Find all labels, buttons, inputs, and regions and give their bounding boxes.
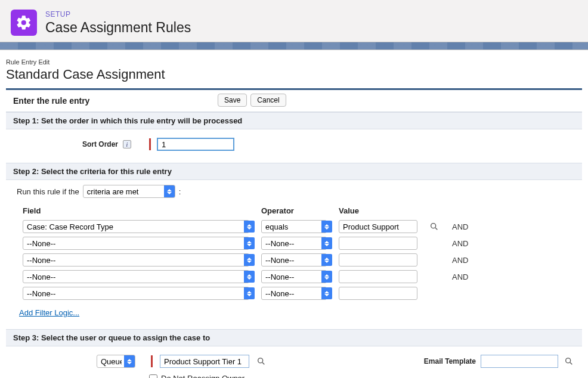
criteria-operator-2[interactable]: --None-- [261,253,327,267]
svg-point-2 [258,358,263,363]
breadcrumb: Rule Entry Edit [6,58,582,66]
criteria-value-4[interactable] [339,287,417,300]
col-value: Value [339,206,422,216]
page-subtitle: Standard Case Assignment [6,67,582,82]
criteria-field-3[interactable]: --None-- [23,270,249,283]
criteria-value-3[interactable] [339,270,417,283]
criteria-value-2[interactable] [339,253,417,267]
add-filter-logic-link[interactable]: Add Filter Logic... [19,308,79,317]
gear-icon-tile [11,10,37,36]
criteria-operator-3[interactable]: --None-- [261,270,327,283]
criteria-operator-4[interactable]: --None-- [261,287,327,300]
email-template-input[interactable] [481,355,558,368]
save-button[interactable]: Save [218,94,247,107]
criteria-value-1[interactable] [339,237,417,250]
setup-eyebrow: SETUP [45,10,191,18]
do-not-reassign-checkbox[interactable] [149,374,157,379]
svg-line-5 [570,362,572,364]
required-indicator [151,355,153,367]
sort-order-label: Sort Order [17,140,118,148]
page-title-header: Case Assignment Rules [45,20,191,36]
criteria-field-2[interactable]: --None-- [23,253,249,267]
svg-line-3 [262,362,264,364]
criteria-field-1[interactable]: --None-- [23,237,249,250]
and-1: AND [452,239,482,248]
and-2: AND [452,256,482,265]
step1-header: Step 1: Set the order in which this rule… [6,112,582,129]
enter-rule-header: Enter the rule entry Save Cancel [6,90,582,112]
criteria-operator-0[interactable]: equals [261,220,327,233]
col-field: Field [23,206,255,216]
step3-header: Step 3: Select the user or queue to assi… [6,329,582,346]
lookup-icon[interactable] [428,221,440,233]
email-template-label: Email Template [424,357,476,365]
col-operator: Operator [261,206,333,216]
enter-rule-title: Enter the rule entry [13,96,89,106]
info-icon[interactable]: i [123,140,131,148]
run-condition-select[interactable]: criteria are met [83,185,175,198]
colon: : [179,187,181,196]
lookup-icon[interactable] [255,355,267,367]
step2-header: Step 2: Select the criteria for this rul… [6,163,582,180]
svg-point-4 [566,358,571,363]
svg-point-0 [431,224,436,228]
and-0: AND [452,222,482,231]
do-not-reassign-label: Do Not Reassign Owner [161,374,245,378]
sort-order-input[interactable] [157,138,234,151]
criteria-field-0[interactable]: Case: Case Record Type [23,220,249,233]
criteria-value-0[interactable] [339,220,417,233]
decorative-band [0,42,588,50]
assignee-type-select[interactable]: Queue [97,355,135,368]
gear-icon [16,14,32,31]
cancel-button[interactable]: Cancel [250,94,286,107]
assignee-name-input[interactable] [160,355,249,368]
lookup-icon[interactable] [563,355,575,367]
criteria-operator-1[interactable]: --None-- [261,237,327,250]
required-indicator [149,138,151,150]
setup-header: SETUP Case Assignment Rules [0,0,588,42]
run-rule-prefix: Run this rule if the [17,187,79,196]
and-3: AND [452,272,482,281]
criteria-field-4[interactable]: --None-- [23,287,249,300]
svg-line-1 [435,228,437,230]
